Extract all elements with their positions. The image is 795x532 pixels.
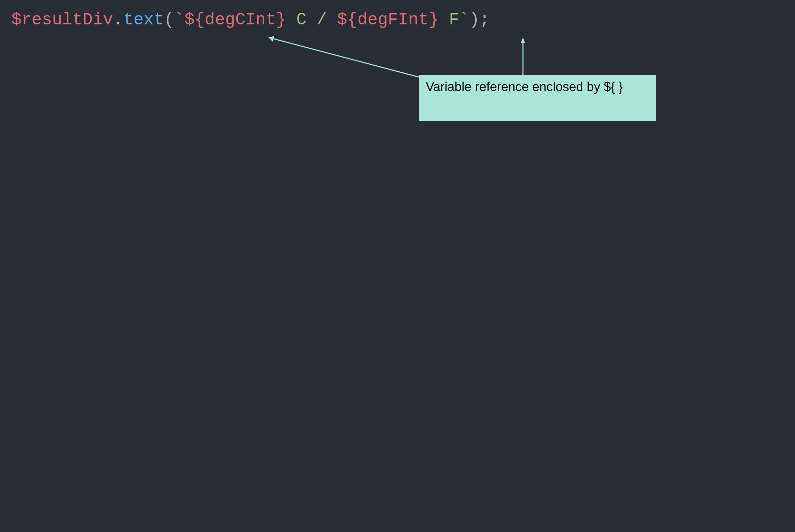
code-token-variable: $resultDiv	[11, 10, 113, 29]
annotation-callout-text: Variable reference enclosed by ${ }	[426, 79, 623, 94]
code-token-method: text	[123, 10, 164, 29]
code-line: $resultDiv.text(`${degCInt} C / ${degFIn…	[11, 10, 490, 30]
annotation-arrowhead-2	[521, 37, 525, 43]
annotation-arrows	[0, 0, 795, 532]
code-token-backtick-close: `	[459, 10, 469, 29]
code-token-interpolation-1: ${degCInt}	[184, 10, 286, 29]
code-token-dot: .	[113, 10, 123, 29]
code-token-interpolation-2: ${degFInt}	[337, 10, 439, 29]
code-token-close: );	[469, 10, 490, 29]
annotation-arrowhead-1	[269, 36, 274, 42]
annotation-callout: Variable reference enclosed by ${ }	[419, 75, 656, 121]
code-token-backtick-open: `	[174, 10, 184, 29]
code-token-template-text-2: F	[439, 10, 459, 29]
annotation-arrow-line-1	[269, 37, 419, 77]
code-token-open-paren: (	[164, 10, 174, 29]
code-token-template-text-1: C /	[286, 10, 337, 29]
